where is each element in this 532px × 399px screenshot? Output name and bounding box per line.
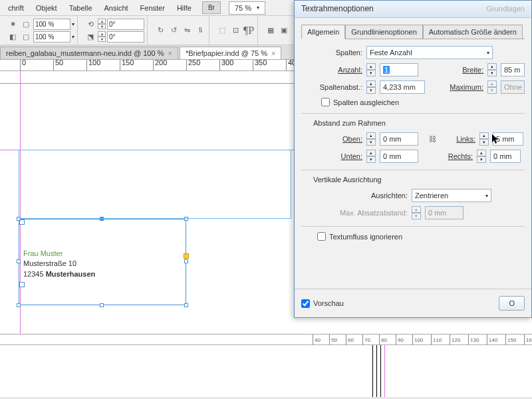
step-dn[interactable]: ▾ <box>366 70 376 76</box>
ok-button[interactable]: O <box>499 296 525 311</box>
dialog-ghost-label: Grundlagen <box>487 5 525 13</box>
rotate-icon: ⟲ <box>84 18 96 30</box>
flip-v-icon[interactable]: ⥮ <box>194 25 206 37</box>
menu-tabelle[interactable]: Tabelle <box>64 2 98 14</box>
rotate-cw-icon[interactable]: ↻ <box>154 25 166 37</box>
tab-briefpapier[interactable]: *Briefpapier.indd @ 75 %× <box>180 47 282 59</box>
close-icon[interactable]: × <box>271 49 275 57</box>
step-dn[interactable]: ▾ <box>98 24 106 29</box>
abstand-group-label: Abstand zum Rahmen <box>313 119 525 127</box>
maximum-label: Maximum: <box>450 83 483 91</box>
tab-autogroesse[interactable]: Automatisch Größe ändern <box>423 25 523 39</box>
rechts-input[interactable]: 0 mm <box>490 150 521 163</box>
breite-input[interactable]: 85 m <box>501 63 525 76</box>
zoom-select[interactable]: 75 % <box>229 1 265 15</box>
bridge-icon[interactable]: Br <box>202 1 221 14</box>
unten-label: Unten: <box>308 152 362 160</box>
blend-icon[interactable]: ◧ <box>7 31 19 43</box>
menu-ansicht[interactable]: Ansicht <box>99 2 134 14</box>
chain-icon[interactable]: ⛓ <box>426 133 438 145</box>
maxabsatz-label: Max. Absatzabstand: <box>301 209 408 217</box>
oben-input[interactable]: 0 mm <box>380 132 418 146</box>
text-frame-address[interactable]: Frau Muster Musterstraße 10 12345 Muster… <box>19 219 186 305</box>
tab-allgemein[interactable]: Allgemein <box>301 25 345 39</box>
opacity-icon: ▢ <box>20 18 32 30</box>
mouse-cursor-icon <box>492 134 500 145</box>
ausgleichen-checkbox[interactable]: Spalten ausgleichen <box>321 98 399 106</box>
maximum-input: Ohne <box>501 80 525 94</box>
shear-field[interactable]: 0° <box>107 31 144 43</box>
ausrichten-dropdown[interactable]: Zentrieren <box>412 189 491 202</box>
fx-icon[interactable]: ✷ <box>7 18 19 30</box>
textframe-options-dialog: Textrahmenoptionen Grundlagen Allgemein … <box>294 0 532 318</box>
tab-grundlinien[interactable]: Grundlinienoptionen <box>345 25 422 39</box>
vertikal-group-label: Vertikale Ausrichtung <box>313 176 525 184</box>
flip-h-icon[interactable]: ⇋ <box>181 25 193 37</box>
maxabsatz-input: 0 mm <box>425 206 464 219</box>
spalten-label: Spalten: <box>301 49 362 57</box>
menu-fenster[interactable]: Fenster <box>135 2 170 14</box>
menu-objekt[interactable]: Objekt <box>31 2 63 14</box>
step-up[interactable]: ▴ <box>98 19 106 24</box>
links-input[interactable]: 5 mm <box>493 132 523 146</box>
menu-hilfe[interactable]: Hilfe <box>172 2 197 14</box>
opacity2-icon: ▢ <box>20 31 32 43</box>
dialog-tabs: Allgemein Grundlinienoptionen Automatisc… <box>301 25 525 39</box>
anzahl-label: Anzahl: <box>301 66 362 74</box>
links-label: Links: <box>446 135 475 143</box>
oben-label: Oben: <box>308 135 362 143</box>
textumfluss-checkbox[interactable]: Textumfluss ignorieren <box>317 232 402 241</box>
spaltenabst-input[interactable]: 4,233 mm <box>380 80 425 94</box>
shear-icon: ⬔ <box>84 31 96 43</box>
adorner[interactable] <box>184 253 189 259</box>
rotate-ccw-icon[interactable]: ↺ <box>168 25 180 37</box>
address-name: Frau Muster <box>23 249 182 259</box>
address-street: Musterstraße 10 <box>23 259 182 269</box>
angle-field[interactable]: 0° <box>107 19 144 30</box>
anzahl-input[interactable]: 1 <box>380 63 418 76</box>
handle[interactable] <box>184 303 188 307</box>
unten-input[interactable]: 0 mm <box>380 150 418 163</box>
handle[interactable] <box>100 303 104 307</box>
opacity-field[interactable]: 100 % <box>33 19 70 30</box>
wrap-bbox-icon[interactable]: ▣ <box>278 25 290 37</box>
wrap-none-icon[interactable]: ▦ <box>265 25 277 37</box>
opacity2-field[interactable]: 100 % <box>33 31 70 43</box>
text-frame-upper[interactable] <box>19 150 291 219</box>
select-content-icon[interactable]: ⊡ <box>229 25 241 37</box>
paragraph-icon[interactable]: ¶P <box>243 25 255 37</box>
address-city: 12345 Musterhausen <box>23 269 182 279</box>
spalten-dropdown[interactable]: Feste Anzahl <box>366 46 493 59</box>
breite-label: Breite: <box>462 66 483 74</box>
close-icon[interactable]: × <box>168 49 172 57</box>
step-up[interactable]: ▴ <box>366 63 376 70</box>
ausrichten-label: Ausrichten: <box>301 192 408 200</box>
handle[interactable] <box>184 259 188 263</box>
ruler-bottom[interactable]: 40 50 60 70 80 90 100 110 120 130 140 15… <box>0 334 532 345</box>
spaltenabst-label: Spaltenabst.: <box>301 83 362 91</box>
menu-schrift[interactable]: chrift <box>3 2 29 14</box>
second-document-strip <box>0 345 532 397</box>
handle[interactable] <box>17 303 21 307</box>
select-container-icon[interactable]: ⬚ <box>216 25 228 37</box>
rechts-label: Rechts: <box>444 152 473 160</box>
vorschau-checkbox[interactable]: Vorschau <box>301 299 344 308</box>
tab-anschreiben[interactable]: reiben_galabau_mustermann-neu.indd @ 100… <box>0 47 178 59</box>
handle[interactable] <box>17 259 21 263</box>
